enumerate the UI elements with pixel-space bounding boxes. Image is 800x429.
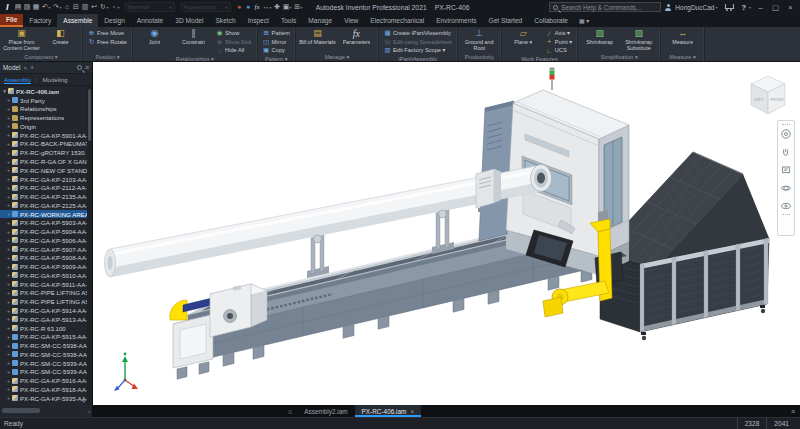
expand-toggle-icon[interactable]: + [6,211,11,217]
cart-icon[interactable] [724,3,733,11]
navbar-grip[interactable] [782,214,790,216]
tree-item[interactable]: +PX-RC-GA-KP-5914-AA-COLOUR(E [0,306,92,315]
model-viewport[interactable]: LEFT FRONT [93,62,800,405]
machine-model-drawing[interactable] [93,62,800,405]
ribbon-tab-design[interactable]: Design [98,14,131,27]
browser-search-icon[interactable] [77,65,82,70]
mirror-button[interactable]: ◫Mirror [261,38,292,47]
new-file-icon[interactable]: ▤ [14,0,23,14]
material-combo[interactable]: Material▾ [125,2,175,12]
doc-tab-px-rc-406-iam[interactable]: PX-RC-406.iam× [355,405,422,417]
tree-item[interactable]: +PX-RC-GA-KP-2112-AA-COLOUR(E [0,183,92,192]
ribbon-group-label[interactable]: Relationships ▾ [133,55,257,62]
expand-toggle-icon[interactable]: + [6,97,11,103]
expand-toggle-icon[interactable]: + [6,308,11,314]
home-icon[interactable]: ⌂ [63,0,72,14]
expand-toggle-icon[interactable]: + [6,272,11,278]
edit-factory-scope-button[interactable]: ▥Edit Factory Scope ▾ [382,46,454,55]
search-input[interactable]: Search Help & Commands... [549,2,661,12]
user-name[interactable]: HongDucCad [675,4,714,11]
expand-toggle-icon[interactable]: + [6,176,11,182]
ribbon-tab-environments[interactable]: Environments [430,14,482,27]
capture-icon-caret[interactable]: ▾ [301,5,303,10]
place-from-content-center-button[interactable]: ▣Place from Content Center ▾ [3,28,40,53]
open-file-icon[interactable]: ▨ [23,0,32,14]
expand-toggle-icon[interactable]: + [6,264,11,270]
ribbon-tab-assemble[interactable]: Assemble [57,14,98,27]
expand-toggle-icon[interactable]: + [6,141,11,147]
expand-toggle-icon[interactable]: + [6,106,11,112]
expand-toggle-icon[interactable]: + [6,237,11,243]
tree-item[interactable]: +PX-RC-GA-KP-5904-AA-COLOUR(E [0,227,92,236]
tree-item[interactable]: +PX-RC-BACK-PNEUMATIC CHUCK F [0,140,92,149]
expand-toggle-icon[interactable]: + [6,351,11,357]
point-button[interactable]: +Point ▾ [544,38,574,47]
expand-toggle-icon[interactable]: + [6,334,11,340]
ribbon-group-label[interactable]: Pattern ▾ [258,55,295,62]
tree-item[interactable]: +PX-RC-GA-KP-5915-AA-COLOUR [0,332,92,341]
ribbon-tab-sketch[interactable]: Sketch [209,14,241,27]
ribbon-group-label[interactable]: Simplification ▾ [578,53,660,61]
ribbon-tab-view[interactable]: View [338,14,364,27]
scroll-more-icon[interactable]: ▾ [82,398,85,404]
ribbon-display-options[interactable]: ▦ ▾ [574,14,594,27]
shrinkwrap-button[interactable]: ▧Shrinkwrap [581,28,618,53]
ribbon-tab-annotate[interactable]: Annotate [131,14,169,27]
tree-item[interactable]: +PX-RC-GA-KP-5935-AA-COLOUR(E [0,394,92,403]
expand-toggle-icon[interactable]: + [6,386,11,392]
undo-icon-caret[interactable]: ▾ [49,5,51,10]
layers-icon-caret[interactable]: ▾ [290,5,292,10]
tree-item[interactable]: +PX-RC-R-GA OF X GANTRY ASSEM [0,157,92,166]
tree-item[interactable]: +PX-RC-GA-KP-5906-AA-COLOUR(E [0,236,92,245]
pattern-button[interactable]: ⊞Pattern [261,29,292,38]
help-caret-icon[interactable]: ▾ [749,5,751,10]
expand-toggle-icon[interactable]: + [6,220,11,226]
tree-item[interactable]: +Representations [0,113,92,122]
tree-item[interactable]: +Origin [0,122,92,131]
constrain-button[interactable]: ∥Constrain [175,28,212,55]
scroll-right-icon[interactable]: › [88,405,90,417]
ribbon-group-label[interactable]: iPart/iAssembly [379,55,457,62]
tree-item[interactable]: +PX-RC-PIPE LIFTING ASM FOR GL( [0,289,92,298]
tree-item[interactable]: +PX-RC-GA-KP-5910-AA-COLOUR(E [0,271,92,280]
tree-item[interactable]: +PX-RC-GA-KP-5903-AA-COLOUR(E [0,218,92,227]
browser-panel-title[interactable]: Model [3,64,20,71]
tab-modeling[interactable]: Modeling [42,76,67,83]
expand-toggle-icon[interactable]: + [6,343,11,349]
navigation-wheel-icon[interactable] [780,128,792,140]
create-ipart-iassembly-button[interactable]: ▦Create iPart/iAssembly [382,29,454,38]
expand-toggle-icon[interactable]: + [6,290,11,296]
ribbon-tab-file[interactable]: File [0,14,23,27]
expand-toggle-icon[interactable]: + [6,150,11,156]
tree-item[interactable]: +Relationships [0,105,92,114]
ribbon-tab-inspect[interactable]: Inspect [242,14,275,27]
tree-item[interactable]: +PX-RC-GA-KP-2125-AA-COLOUR(E [0,201,92,210]
orbit-icon[interactable] [780,182,792,194]
expand-toggle-icon[interactable]: + [6,281,11,287]
insert-icon[interactable]: ✚ [273,0,282,14]
add-panel-icon[interactable]: + [30,64,34,71]
expand-toggle-icon[interactable]: + [6,378,11,384]
tree-item[interactable]: +PX-RC-GA-KP-5913-AA-COLOUR(E [0,315,92,324]
tree-item[interactable]: +PX-RC-GA-KP-5901-AA-COLOUR(E [0,131,92,140]
ribbon-tab-collaborate[interactable]: Collaborate [528,14,574,27]
ribbon-group-label[interactable]: Manage ▾ [296,53,378,61]
ucs-button[interactable]: ∟UCS [544,46,574,55]
expand-toggle-icon[interactable]: + [6,123,11,129]
expand-toggle-icon[interactable]: + [6,246,11,252]
viewcube[interactable]: LEFT FRONT [745,72,791,118]
ribbon-group-label[interactable]: Position ▾ [83,53,132,61]
tree-item[interactable]: +PX-RC-GA-KP-5918-AA-COLOUR(E [0,385,92,394]
copy-button[interactable]: ▣Copy [261,46,292,55]
free-move-button[interactable]: ⊕Free Move [86,29,129,38]
viewcube-left-face[interactable]: LEFT [754,97,764,102]
print-icon[interactable]: ⊟ [72,0,81,14]
expand-toggle-icon[interactable]: + [6,194,11,200]
expand-toggle-icon[interactable]: + [6,132,11,138]
expand-toggle-icon[interactable]: + [6,316,11,322]
tab-assembly[interactable]: Assembly [4,76,31,84]
browser-vertical-scrollbar[interactable] [87,87,92,405]
ribbon-group-label[interactable]: Productivity [458,53,501,61]
tree-item[interactable]: +PX-RC-PIPE LIFTING ASM FOR GL( [0,297,92,306]
pan-icon[interactable] [780,146,792,158]
